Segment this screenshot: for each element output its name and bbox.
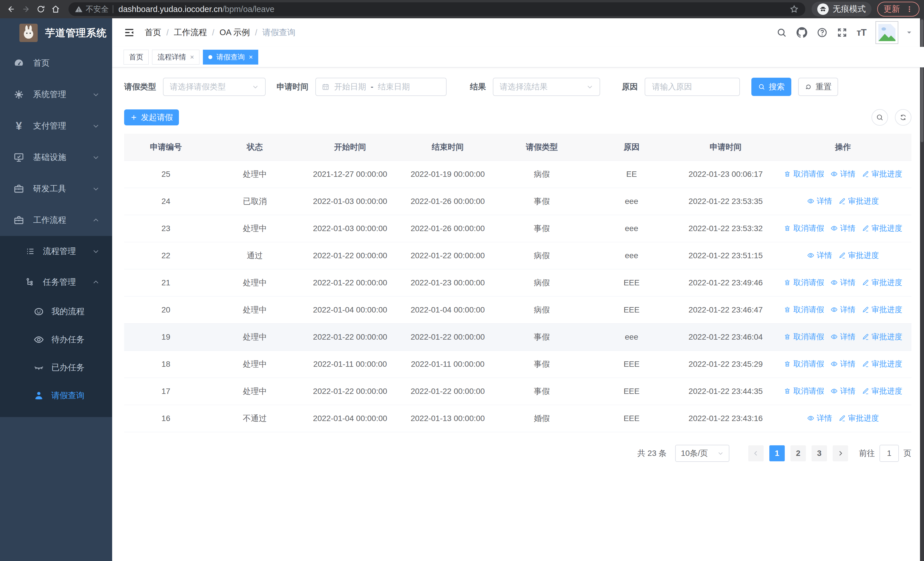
cancel-leave-link[interactable]: 取消请假 bbox=[784, 304, 824, 315]
browser-scrollbar[interactable] bbox=[920, 18, 924, 561]
approval-progress-link[interactable]: 审批进度 bbox=[838, 196, 879, 206]
detail-link[interactable]: 详情 bbox=[830, 332, 855, 342]
page-button-2[interactable]: 2 bbox=[790, 445, 806, 461]
approval-progress-link[interactable]: 审批进度 bbox=[862, 277, 902, 288]
leave-type-select[interactable]: 请选择请假类型 bbox=[163, 78, 266, 96]
breadcrumb-oa[interactable]: OA 示例 bbox=[219, 27, 250, 38]
tab-leave-query[interactable]: 请假查询 × bbox=[203, 50, 258, 65]
fullscreen-icon[interactable] bbox=[837, 27, 848, 38]
cancel-leave-link[interactable]: 取消请假 bbox=[784, 277, 824, 288]
avatar-caret-icon[interactable] bbox=[906, 29, 913, 36]
browser-back-icon[interactable] bbox=[4, 3, 18, 16]
approval-progress-link[interactable]: 审批进度 bbox=[862, 223, 902, 233]
table-row[interactable]: 22通过2022-01-22 00:00:002022-01-22 00:00:… bbox=[124, 242, 912, 269]
search-icon[interactable] bbox=[776, 27, 787, 38]
cell-status: 处理中 bbox=[207, 323, 302, 350]
create-leave-button[interactable]: 发起请假 bbox=[124, 110, 179, 125]
cancel-leave-link[interactable]: 取消请假 bbox=[784, 169, 824, 179]
table-body: 25处理中2021-12-27 00:00:002022-01-19 00:00… bbox=[124, 161, 912, 432]
detail-link[interactable]: 详情 bbox=[830, 169, 855, 179]
detail-link[interactable]: 详情 bbox=[830, 386, 855, 396]
prev-page-button[interactable] bbox=[748, 445, 764, 461]
address-bar[interactable]: 不安全 dashboard.yudao.iocoder.cn/bpm/oa/le… bbox=[69, 2, 805, 16]
browser-update-button[interactable]: 更新 bbox=[877, 2, 920, 17]
table-row[interactable]: 16不通过2022-01-04 00:00:002022-01-13 00:00… bbox=[124, 405, 912, 432]
sidebar-item-done-task[interactable]: 已办任务 bbox=[0, 353, 112, 382]
sidebar-item-process-mgmt[interactable]: 流程管理 bbox=[0, 236, 112, 267]
sidebar-item-home[interactable]: 首页 bbox=[0, 47, 112, 79]
reset-button[interactable]: 重置 bbox=[798, 78, 838, 96]
github-icon[interactable] bbox=[796, 27, 808, 38]
browser-home-icon[interactable] bbox=[49, 3, 62, 16]
table-row[interactable]: 19处理中2022-01-22 00:00:002022-01-22 00:00… bbox=[124, 323, 912, 350]
sidebar-item-leave-query[interactable]: 请假查询 bbox=[0, 382, 112, 410]
goto-page-input[interactable] bbox=[879, 445, 899, 462]
approval-progress-link[interactable]: 审批进度 bbox=[838, 250, 879, 260]
approval-progress-link[interactable]: 审批进度 bbox=[838, 413, 879, 423]
approval-progress-link[interactable]: 审批进度 bbox=[862, 169, 902, 179]
browser-reload-icon[interactable] bbox=[34, 3, 47, 16]
detail-link[interactable]: 详情 bbox=[807, 413, 832, 423]
approval-progress-link[interactable]: 审批进度 bbox=[862, 386, 902, 396]
breadcrumb-workflow[interactable]: 工作流程 bbox=[174, 27, 207, 38]
tab-home[interactable]: 首页 bbox=[123, 50, 148, 65]
bookmark-star-icon[interactable] bbox=[789, 4, 799, 14]
toggle-search-button[interactable] bbox=[872, 109, 888, 126]
cell-end: 2022-01-22 00:00:00 bbox=[398, 323, 497, 350]
detail-link[interactable]: 详情 bbox=[830, 304, 855, 315]
approval-progress-link[interactable]: 审批进度 bbox=[862, 304, 902, 315]
close-icon[interactable]: × bbox=[249, 54, 253, 60]
sidebar-item-devtools[interactable]: 研发工具 bbox=[0, 173, 112, 205]
detail-link[interactable]: 详情 bbox=[830, 359, 855, 369]
detail-link[interactable]: 详情 bbox=[807, 196, 832, 206]
cancel-leave-link[interactable]: 取消请假 bbox=[784, 359, 824, 369]
tab-process-detail[interactable]: 流程详情 × bbox=[152, 50, 200, 65]
cancel-leave-link[interactable]: 取消请假 bbox=[784, 223, 824, 233]
cancel-leave-link[interactable]: 取消请假 bbox=[784, 332, 824, 342]
page-button-1[interactable]: 1 bbox=[770, 445, 785, 461]
sidebar-item-workflow[interactable]: 工作流程 bbox=[0, 205, 112, 236]
approval-progress-link[interactable]: 审批进度 bbox=[862, 332, 902, 342]
table-row[interactable]: 20处理中2022-01-04 00:00:002022-01-04 00:00… bbox=[124, 296, 912, 323]
table-row[interactable]: 18处理中2022-01-11 00:00:002022-01-11 00:00… bbox=[124, 350, 912, 378]
result-select[interactable]: 请选择流结果 bbox=[493, 78, 600, 96]
font-size-icon[interactable]: тT bbox=[856, 27, 866, 38]
sidebar-item-system[interactable]: 系统管理 bbox=[0, 79, 112, 110]
table-row[interactable]: 24已取消2022-01-03 00:00:002022-01-26 00:00… bbox=[124, 188, 912, 215]
cell-start: 2022-01-11 00:00:00 bbox=[302, 350, 398, 378]
next-page-button[interactable] bbox=[832, 445, 848, 461]
apply-time-range[interactable]: 开始日期 - 结束日期 bbox=[315, 78, 447, 96]
cell-type: 事假 bbox=[497, 215, 586, 242]
sidebar-collapse-icon[interactable] bbox=[123, 27, 135, 38]
col-header-applied: 申请时间 bbox=[677, 134, 774, 161]
browser-menu-dots-icon[interactable] bbox=[906, 5, 913, 13]
browser-forward-icon[interactable] bbox=[20, 3, 33, 16]
sidebar-item-task-mgmt[interactable]: 任务管理 bbox=[0, 267, 112, 298]
cancel-leave-link[interactable]: 取消请假 bbox=[784, 386, 824, 396]
table-row[interactable]: 25处理中2021-12-27 00:00:002022-01-19 00:00… bbox=[124, 161, 912, 188]
sidebar-item-payment[interactable]: ¥ 支付管理 bbox=[0, 110, 112, 142]
page-button-3[interactable]: 3 bbox=[812, 445, 827, 461]
avatar[interactable] bbox=[876, 21, 898, 44]
approval-progress-link[interactable]: 审批进度 bbox=[862, 359, 902, 369]
table-toolbar: 发起请假 bbox=[124, 109, 912, 126]
reason-input[interactable] bbox=[651, 82, 733, 92]
help-icon[interactable] bbox=[817, 27, 828, 38]
detail-link[interactable]: 详情 bbox=[830, 277, 855, 288]
action-label: 取消请假 bbox=[793, 332, 824, 342]
refresh-table-button[interactable] bbox=[895, 109, 912, 126]
action-label: 审批进度 bbox=[848, 250, 879, 260]
scrollbar-thumb[interactable] bbox=[921, 20, 923, 142]
sidebar-item-todo-task[interactable]: 待办任务 bbox=[0, 326, 112, 353]
detail-link[interactable]: 详情 bbox=[807, 250, 832, 260]
page-size-select[interactable]: 10条/页 bbox=[675, 445, 729, 462]
breadcrumb-home[interactable]: 首页 bbox=[145, 27, 161, 38]
close-icon[interactable]: × bbox=[190, 54, 194, 60]
table-row[interactable]: 17处理中2022-01-22 00:00:002022-01-22 00:00… bbox=[124, 378, 912, 405]
table-row[interactable]: 23处理中2022-01-03 00:00:002022-01-26 00:00… bbox=[124, 215, 912, 242]
detail-link[interactable]: 详情 bbox=[830, 223, 855, 233]
sidebar-item-my-process[interactable]: 我的流程 bbox=[0, 298, 112, 326]
table-row[interactable]: 21处理中2022-01-22 00:00:002022-01-23 00:00… bbox=[124, 269, 912, 296]
sidebar-item-infra[interactable]: 基础设施 bbox=[0, 142, 112, 173]
search-button[interactable]: 搜索 bbox=[752, 78, 791, 96]
